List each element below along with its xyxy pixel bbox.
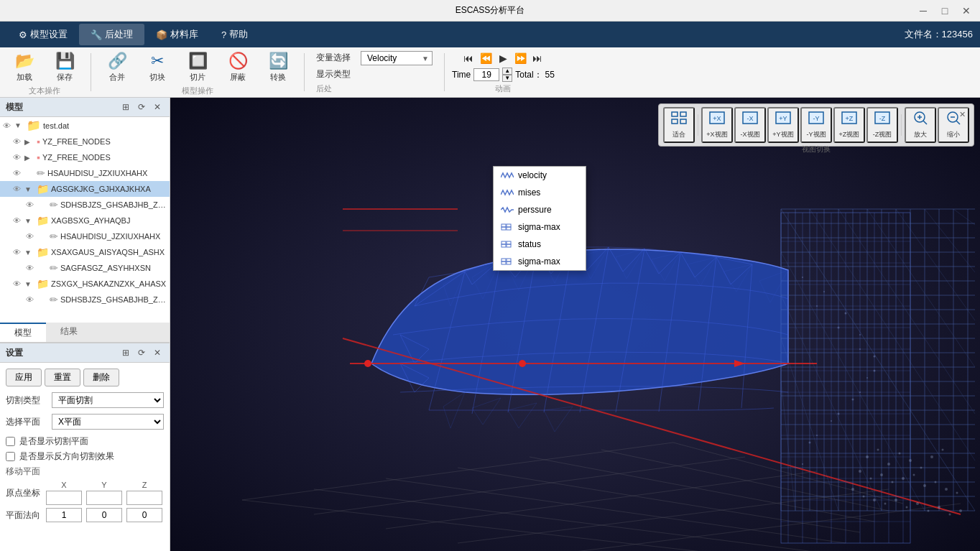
tree-item-root[interactable]: 👁 ▼ 📁 test.dat: [0, 117, 170, 134]
gear-icon: ⚙: [19, 29, 27, 40]
checkbox-show-cut-plane[interactable]: [6, 437, 15, 446]
cut-button[interactable]: ✂ 切块: [139, 48, 176, 85]
viewport[interactable]: velocity mises perssure: [170, 98, 980, 551]
app-title: ESCASS分析平台: [456, 4, 525, 17]
svg-point-63: [874, 370, 876, 372]
minimize-button[interactable]: ─: [915, 3, 931, 19]
tree-item-5[interactable]: 👁 ✏ SDHSBJZS_GHSABJHB_ZAHU: [0, 197, 170, 213]
mises-wave-icon: [501, 187, 514, 198]
dropdown-arrow-icon: ▼: [422, 54, 429, 62]
anim-first-button[interactable]: ⏮: [461, 50, 476, 66]
tree-panel: 模型 ⊞ ⟳ ✕ 👁 ▼ 📁 test.dat 👁 ▶: [0, 98, 170, 343]
origin-x-input[interactable]: [46, 491, 82, 505]
svg-point-138: [873, 499, 876, 501]
checkbox-reverse-cut[interactable]: [6, 452, 15, 461]
view-pos-z-button[interactable]: +Z +Z视图: [833, 107, 865, 143]
settings-icon-btn-1[interactable]: ⊞: [119, 346, 132, 359]
anim-play-button[interactable]: ▶: [495, 50, 511, 66]
box-icon: 📦: [156, 29, 167, 40]
svg-point-129: [892, 481, 894, 483]
settings-icon-btn-2[interactable]: ⟳: [135, 346, 148, 359]
tree-item-11[interactable]: 👁 ✏ SDHSBJZS_GHSABJHB_ZAHU: [0, 292, 170, 307]
normal-y-input[interactable]: [86, 508, 122, 522]
toolbar: 📂 加载 💾 保存 文本操作 🔗 合并 ✂ 切块 🔲 切片: [0, 47, 980, 98]
save-label: 保存: [57, 72, 73, 83]
dropdown-item-perssure[interactable]: perssure: [494, 201, 586, 218]
velocity-wave-icon: [501, 170, 514, 180]
view-neg-y-button[interactable]: -Y -Y视图: [800, 107, 832, 143]
menu-help[interactable]: ? 帮助: [210, 24, 259, 45]
dropdown-item-mises[interactable]: mises: [494, 184, 586, 201]
dropdown-item-sigma-max-2[interactable]: sigma-max: [494, 253, 586, 270]
slice-button[interactable]: 🔲 切片: [179, 48, 216, 85]
view-fit-button[interactable]: 适合: [663, 107, 695, 143]
dropdown-item-sigma-max-1[interactable]: sigma-max: [494, 218, 586, 236]
anim-last-button[interactable]: ⏭: [530, 50, 545, 66]
merge-label: 合并: [109, 72, 125, 83]
tree-item-1[interactable]: 👁 ▶ ▪ YZ_FREE_NODES: [0, 134, 170, 149]
maximize-button[interactable]: □: [937, 3, 953, 19]
view-pos-x-button[interactable]: +X +X视图: [701, 107, 733, 143]
var-select-dropdown[interactable]: Velocity ▼: [361, 51, 433, 65]
view-neg-x-button[interactable]: -X -X视图: [734, 107, 766, 143]
origin-z-input[interactable]: [126, 491, 162, 505]
select-plane-select[interactable]: X平面: [52, 414, 164, 430]
time-spinner[interactable]: ▲ ▼: [502, 68, 512, 82]
item-icon-2: ▪: [37, 152, 40, 163]
tree-item-2[interactable]: 👁 ▶ ▪ YZ_FREE_NODES: [0, 149, 170, 165]
save-button[interactable]: 💾 保存: [46, 48, 83, 85]
expand-icon-6: ▼: [24, 217, 34, 225]
anim-next-button[interactable]: ⏩: [512, 50, 528, 66]
cut-type-select[interactable]: 平面切割: [52, 392, 164, 408]
time-down-button[interactable]: ▼: [502, 75, 512, 82]
tree-item-8[interactable]: 👁 ▼ 📁 XSAXGAUS_AISYAQSH_ASHX: [0, 244, 170, 260]
tree-item-10[interactable]: 👁 ▼ 📁 ZSXGX_HSAKAZNZXK_AHASX: [0, 276, 170, 292]
svg-point-132: [923, 484, 926, 487]
sigma-grid-icon-2: [501, 256, 514, 267]
close-button[interactable]: ✕: [958, 3, 974, 19]
tree-panel-icon-btn-2[interactable]: ⟳: [135, 101, 148, 114]
settings-icon-btn-3[interactable]: ✕: [151, 346, 164, 359]
transform-button[interactable]: 🔄 转换: [259, 48, 297, 85]
apply-button[interactable]: 应用: [6, 369, 42, 386]
time-up-button[interactable]: ▲: [502, 68, 512, 75]
reset-button[interactable]: 重置: [45, 369, 80, 386]
tab-result[interactable]: 结果: [46, 323, 92, 342]
menu-model-settings[interactable]: ⚙ 模型设置: [7, 24, 79, 45]
tree-item-7[interactable]: 👁 ✏ HSAUHDISU_JZXIUXHAHX: [0, 228, 170, 244]
var-dropdown-menu[interactable]: velocity mises perssure: [493, 166, 586, 271]
tree-panel-icon-btn-3[interactable]: ✕: [151, 101, 164, 114]
svg-rect-162: [680, 119, 686, 124]
load-button[interactable]: 📂 加载: [6, 48, 43, 85]
view-zoom-in-button[interactable]: 放大: [905, 107, 936, 143]
anim-prev-button[interactable]: ⏪: [478, 50, 494, 66]
tree-item-4[interactable]: 👁 ▼ 📁 AGSGKJKG_GJHXAJKHXA: [0, 181, 170, 197]
origin-y-input[interactable]: [86, 491, 122, 505]
tree-item-6[interactable]: 👁 ▼ 📁 XAGBSXG_AYHAQBJ: [0, 213, 170, 228]
normal-z-input[interactable]: [126, 508, 162, 522]
menu-material-library[interactable]: 📦 材料库: [144, 24, 210, 45]
tree-panel-icon-btn-1[interactable]: ⊞: [119, 101, 132, 114]
normal-x-input[interactable]: [46, 508, 82, 522]
hide-button[interactable]: 🚫 屏蔽: [219, 48, 256, 85]
svg-rect-161: [672, 119, 678, 124]
item-icon-4: 📁: [37, 183, 49, 195]
delete-button[interactable]: 删除: [83, 369, 119, 386]
dropdown-item-velocity[interactable]: velocity: [494, 167, 586, 184]
tab-model[interactable]: 模型: [0, 323, 46, 342]
normal-label: 平面法向: [6, 509, 42, 522]
tree-item-9[interactable]: 👁 ✏ SAGFASGZ_ASYHHXSN: [0, 260, 170, 276]
view-close-button[interactable]: ✕: [956, 108, 968, 120]
svg-point-145: [949, 514, 951, 516]
eye-icon-10: 👁: [13, 279, 24, 288]
svg-point-119: [877, 449, 879, 451]
menu-post-process[interactable]: 🔧 后处理: [79, 24, 144, 45]
time-input[interactable]: [473, 68, 499, 81]
tree-item-3[interactable]: 👁 ✏ HSAUHDISU_JZXIUXHAHX: [0, 165, 170, 181]
view-neg-z-button[interactable]: -Z -Z视图: [866, 107, 898, 143]
dropdown-item-status[interactable]: status: [494, 236, 586, 253]
svg-point-128: [880, 473, 883, 476]
merge-button[interactable]: 🔗 合并: [98, 48, 136, 85]
view-pos-y-button[interactable]: +Y +Y视图: [767, 107, 799, 143]
var-select-btn[interactable]: Velocity ▼: [361, 51, 433, 65]
